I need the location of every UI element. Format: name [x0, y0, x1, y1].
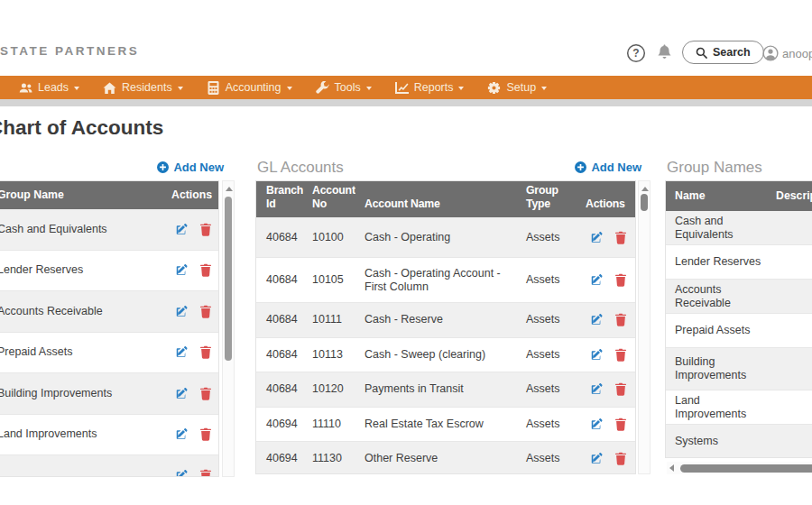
- gl-accounts-title: GL Accounts: [257, 159, 344, 177]
- group-name-vertical-scrollbar[interactable]: [222, 180, 235, 477]
- branch-id-cell: 40684: [256, 382, 303, 396]
- scrollbar-thumb[interactable]: [641, 194, 648, 211]
- wrench-icon: [316, 81, 329, 95]
- caret-down-icon: [458, 87, 464, 90]
- name-cell: Systems: [666, 435, 767, 448]
- group-name-panel: Add New Group NameActions Cash and Equiv…: [0, 159, 236, 478]
- edit-icon[interactable]: [590, 273, 603, 287]
- help-icon[interactable]: ?: [626, 43, 646, 63]
- gl-accounts-panel: GL Accounts Add New Branch IdAccount NoA…: [255, 159, 651, 476]
- row-actions: [162, 427, 218, 441]
- gl-group-type-cell: Assets: [517, 231, 577, 244]
- delete-icon[interactable]: [614, 313, 627, 326]
- table-row: Accounts Receivable: [666, 280, 812, 314]
- scroll-up-arrow-icon[interactable]: [641, 187, 649, 191]
- edit-icon[interactable]: [590, 231, 603, 244]
- nav-item-setup[interactable]: Setup: [475, 76, 558, 99]
- scroll-left-arrow-icon[interactable]: [669, 464, 674, 472]
- search-icon: [696, 47, 707, 59]
- account-name-cell: Cash - Operating Account - First Column: [355, 267, 517, 294]
- edit-icon[interactable]: [175, 223, 188, 236]
- gl-accounts-table-header: Branch IdAccount NoAccount NameGL Group …: [256, 181, 635, 217]
- nav-item-tools[interactable]: Tools: [304, 76, 383, 99]
- account-name-cell: Real Estate Tax Escrow: [355, 418, 517, 431]
- edit-icon[interactable]: [590, 452, 603, 465]
- edit-icon[interactable]: [590, 382, 603, 396]
- scrollbar-thumb[interactable]: [225, 197, 232, 361]
- gl-accounts-add-new-button[interactable]: Add New: [575, 161, 641, 174]
- group-names-horizontal-scrollbar[interactable]: [667, 462, 812, 474]
- scroll-up-arrow-icon[interactable]: [226, 187, 233, 191]
- table-row: Lender Reserves: [0, 251, 218, 292]
- nav-shadow-strip: [0, 99, 812, 106]
- nav-item-label: Residents: [122, 81, 172, 94]
- delete-icon[interactable]: [614, 273, 627, 287]
- column-header: Branch Id: [256, 184, 303, 217]
- user-icon: [762, 45, 779, 61]
- add-new-label: Add New: [591, 161, 641, 174]
- scrollbar-thumb[interactable]: [680, 464, 812, 473]
- delete-icon[interactable]: [614, 382, 627, 396]
- calculator-icon: [207, 81, 220, 95]
- delete-icon[interactable]: [614, 418, 627, 431]
- edit-icon[interactable]: [175, 427, 188, 441]
- account-name-cell: Cash - Operating: [355, 231, 517, 244]
- table-row: [0, 455, 218, 477]
- nav-item-accounting[interactable]: Accounting: [195, 76, 304, 99]
- table-row: 4068410113Cash - Sweep (clearing)Assets: [256, 338, 635, 373]
- search-button[interactable]: Search: [682, 41, 764, 64]
- table-row: 4068410100Cash - OperatingAssets: [256, 217, 635, 258]
- column-header: Account No: [303, 184, 355, 217]
- row-actions: [577, 418, 635, 431]
- gl-accounts-table: Branch IdAccount NoAccount NameGL Group …: [255, 180, 636, 474]
- edit-icon[interactable]: [175, 469, 188, 477]
- user-menu[interactable]: anoop sin: [762, 45, 812, 61]
- edit-icon[interactable]: [590, 348, 603, 362]
- delete-icon[interactable]: [199, 387, 212, 400]
- group-name-add-new-button[interactable]: Add New: [157, 161, 224, 174]
- delete-icon[interactable]: [614, 231, 627, 244]
- name-cell: Land Improvements: [666, 394, 767, 421]
- row-actions: [577, 452, 635, 465]
- nav-item-reports[interactable]: Reports: [383, 76, 476, 99]
- account-no-cell: 10113: [303, 348, 355, 362]
- caret-down-icon: [178, 87, 183, 90]
- delete-icon[interactable]: [614, 452, 627, 465]
- branch-id-cell: 40684: [256, 348, 303, 362]
- cogs-icon: [487, 81, 501, 95]
- nav-item-label: Setup: [506, 81, 536, 94]
- group-name-cell: Cash and Equivalents: [0, 223, 162, 236]
- delete-icon[interactable]: [199, 223, 212, 236]
- svg-text:?: ?: [632, 47, 639, 60]
- edit-icon[interactable]: [175, 345, 188, 359]
- delete-icon[interactable]: [614, 348, 627, 362]
- edit-icon[interactable]: [175, 305, 188, 318]
- table-row: 4068410111Cash - ReserveAssets: [256, 303, 635, 338]
- user-name: anoop sin: [782, 47, 812, 60]
- name-cell: Cash and Equivalents: [666, 215, 767, 242]
- delete-icon[interactable]: [199, 469, 212, 477]
- gl-accounts-vertical-scrollbar[interactable]: [638, 180, 651, 474]
- app-root: { "header": { "brand": "STATE PARTNERS",…: [0, 0, 812, 505]
- group-name-cell: Prepaid Assets: [0, 345, 162, 359]
- table-row: Prepaid Assets: [666, 314, 812, 348]
- delete-icon[interactable]: [199, 305, 212, 318]
- gl-group-type-cell: Assets: [517, 348, 577, 362]
- bell-icon[interactable]: [656, 43, 673, 62]
- search-button-label: Search: [713, 46, 751, 59]
- nav-item-leads[interactable]: Leads: [7, 76, 91, 99]
- account-name-cell: Other Reserve: [355, 452, 517, 465]
- delete-icon[interactable]: [199, 263, 212, 277]
- nav-item-label: Leads: [38, 81, 69, 94]
- name-cell: Accounts Receivable: [666, 283, 767, 310]
- edit-icon[interactable]: [175, 387, 188, 400]
- group-name-cell: Land Improvements: [0, 427, 162, 441]
- edit-icon[interactable]: [590, 418, 603, 431]
- delete-icon[interactable]: [199, 345, 212, 359]
- edit-icon[interactable]: [590, 313, 603, 326]
- edit-icon[interactable]: [175, 263, 188, 277]
- nav-item-residents[interactable]: Residents: [91, 76, 195, 99]
- delete-icon[interactable]: [199, 427, 212, 441]
- row-actions: [162, 345, 218, 359]
- row-actions: [577, 231, 635, 244]
